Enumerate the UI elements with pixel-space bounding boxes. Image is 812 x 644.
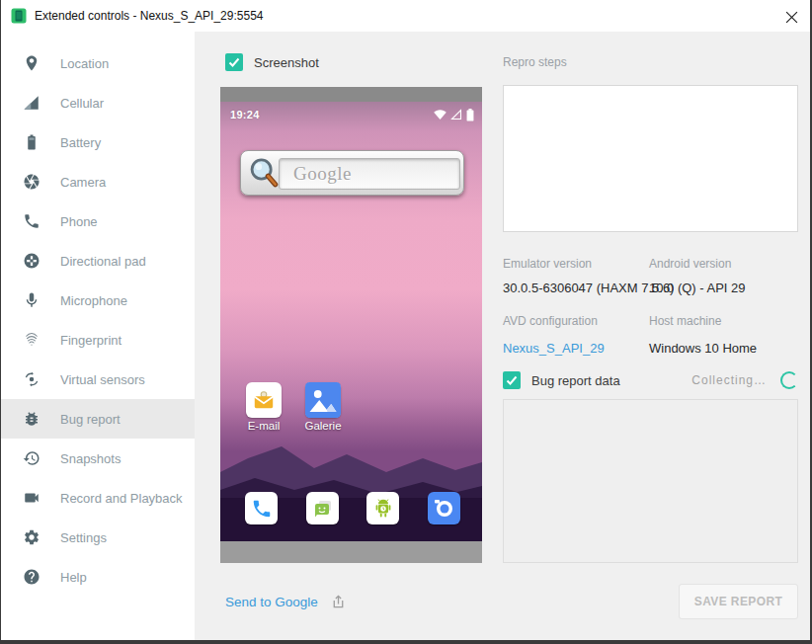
host-machine-label: Host machine: [649, 314, 721, 328]
sidebar-item-snapshots[interactable]: Snapshots: [1, 439, 195, 478]
sidebar-item-label: Virtual sensors: [60, 372, 145, 387]
sidebar-item-label: Fingerprint: [60, 333, 122, 348]
sidebar-item-microphone[interactable]: Microphone: [1, 281, 195, 320]
sidebar-item-phone[interactable]: Phone: [1, 201, 195, 241]
bug-report-data-row: Bug report data Collecting…: [503, 371, 798, 389]
loading-spinner-icon: [780, 371, 798, 389]
gallery-app-icon: [305, 382, 341, 418]
record-icon: [23, 489, 41, 507]
emulator-app-icon: [11, 8, 27, 24]
check-icon: [228, 56, 240, 68]
sidebar-item-label: Bug report: [60, 412, 121, 427]
sidebar-item-label: Directional pad: [60, 254, 146, 269]
device-screenshot-preview: 19:24 Google: [220, 87, 482, 563]
microphone-icon: [23, 291, 41, 309]
battery-status-icon: [466, 109, 474, 121]
sidebar-item-virtual-sensors[interactable]: Virtual sensors: [1, 360, 195, 399]
android-app-icon: [366, 492, 399, 524]
sidebar-item-label: Help: [60, 570, 87, 585]
messages-app-icon: [306, 492, 339, 524]
bug-report-data-checkbox[interactable]: [503, 371, 521, 389]
share-upload-icon: [331, 595, 346, 609]
location-icon: [23, 54, 41, 72]
emulator-version-label: Emulator version: [503, 257, 592, 271]
check-icon: [506, 374, 518, 386]
mountain-silhouette: [220, 439, 482, 541]
sidebar-item-record-playback[interactable]: Record and Playback: [1, 478, 195, 518]
sidebar-item-label: Location: [60, 56, 109, 71]
sidebar-item-fingerprint[interactable]: Fingerprint: [1, 320, 195, 360]
camera-app-icon: [428, 492, 460, 524]
android-version-label: Android version: [649, 257, 731, 271]
status-clock: 19:24: [230, 109, 260, 121]
sidebar-item-label: Snapshots: [60, 451, 121, 466]
wifi-icon: [434, 109, 447, 121]
sidebar-item-cellular[interactable]: Cellular: [1, 83, 195, 122]
screenshot-label: Screenshot: [254, 55, 319, 70]
status-bar: 19:24: [220, 107, 482, 122]
sidebar-item-camera[interactable]: Camera: [1, 162, 195, 201]
screenshot-top-band: [220, 87, 482, 102]
google-logo-text: Google: [280, 163, 352, 185]
camera-icon: [23, 173, 41, 191]
app-label: Galerie: [293, 420, 353, 432]
cellular-signal-icon: [450, 109, 462, 121]
phone-icon: [23, 212, 41, 230]
sidebar-item-label: Microphone: [60, 293, 127, 308]
extended-controls-window: Extended controls - Nexus_S_API_29:5554 …: [1, 0, 810, 640]
email-app-icon: [246, 382, 282, 418]
dpad-icon: [23, 252, 41, 270]
avd-configuration-link[interactable]: Nexus_S_API_29: [503, 341, 605, 356]
close-icon: [785, 11, 798, 24]
sidebar-item-bug-report[interactable]: Bug report: [1, 399, 195, 439]
avd-configuration-label: AVD configuration: [503, 314, 598, 328]
cellular-icon: [23, 94, 41, 112]
bug-report-data-label: Bug report data: [531, 373, 620, 388]
window-title: Extended controls - Nexus_S_API_29:5554: [35, 0, 263, 32]
fingerprint-icon: [23, 331, 41, 349]
sidebar: Location Cellular Battery Camera Phone D: [1, 32, 195, 640]
sidebar-item-label: Settings: [60, 530, 107, 545]
settings-icon: [23, 528, 41, 546]
send-to-google-link[interactable]: Send to Google: [225, 595, 346, 609]
screenshot-checkbox-row: Screenshot: [225, 53, 319, 71]
sidebar-item-label: Cellular: [60, 96, 104, 111]
sidebar-item-label: Phone: [60, 214, 98, 229]
sidebar-item-label: Camera: [60, 175, 106, 190]
sidebar-item-directional-pad[interactable]: Directional pad: [1, 241, 195, 281]
host-machine-value: Windows 10 Home: [649, 341, 757, 356]
collecting-status: Collecting…: [691, 373, 767, 387]
virtual-sensors-icon: [23, 370, 41, 388]
screenshot-bottom-band: [220, 541, 482, 563]
sidebar-item-settings[interactable]: Settings: [1, 518, 195, 557]
android-version-value: 10.0 (Q) - API 29: [649, 281, 746, 295]
help-icon: [23, 568, 41, 586]
repro-steps-input[interactable]: [503, 85, 798, 232]
screenshot-checkbox[interactable]: [225, 53, 243, 71]
search-field: Google: [279, 158, 460, 190]
save-report-button[interactable]: SAVE REPORT: [679, 584, 798, 619]
titlebar: Extended controls - Nexus_S_API_29:5554: [1, 0, 810, 32]
sidebar-item-help[interactable]: Help: [1, 557, 195, 597]
magnifier-icon: [247, 156, 283, 192]
snapshots-icon: [23, 449, 41, 467]
sidebar-item-label: Record and Playback: [60, 491, 183, 506]
sidebar-item-label: Battery: [60, 135, 101, 150]
sidebar-item-battery[interactable]: Battery: [1, 122, 195, 162]
close-button[interactable]: [780, 6, 802, 28]
app-label: E-mail: [234, 420, 293, 432]
sidebar-item-location[interactable]: Location: [1, 43, 195, 83]
send-to-google-label: Send to Google: [225, 595, 318, 609]
bug-report-panel: Screenshot 19:24: [195, 32, 810, 640]
bug-report-data-box: [503, 399, 798, 563]
repro-steps-label: Repro steps: [503, 55, 567, 69]
bug-icon: [23, 410, 41, 428]
phone-app-icon: [245, 492, 278, 524]
google-search-widget: Google: [240, 150, 464, 196]
battery-icon: [23, 133, 41, 151]
